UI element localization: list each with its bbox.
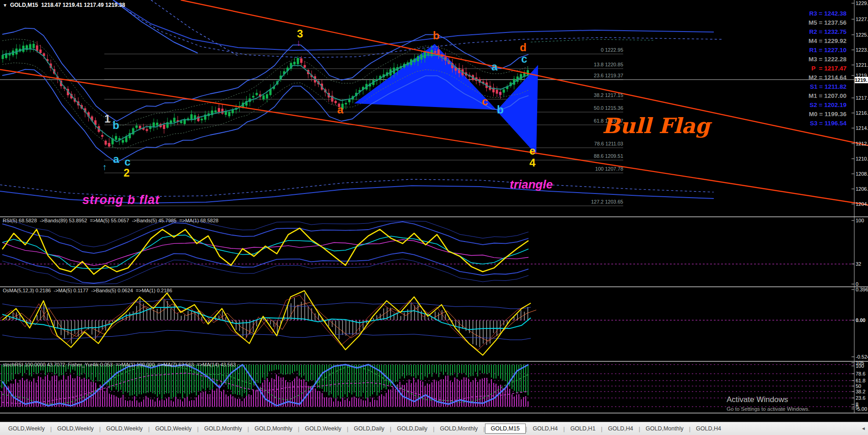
tab-scroll-arrow-icon[interactable]: ◄ xyxy=(861,426,866,431)
ohlc-values: 1218.47 1219.41 1217.49 1219.38 xyxy=(41,2,125,8)
price-axis-label: 1229. xyxy=(856,0,868,6)
osma-panel-header: OsMA(5,12,3) 0.2186 ->MA(5) 0.1177 ->Ban… xyxy=(3,288,172,293)
chart-tab-gold-h4[interactable]: GOLD,H4 xyxy=(603,424,639,433)
stoch-scale-label: 100 xyxy=(856,363,868,369)
wave-label: a xyxy=(491,61,497,72)
fib-level-label: 100 1207.78 xyxy=(531,166,623,172)
pivot-level-row: M3 = 1222.28 xyxy=(778,55,846,64)
pivot-level-row: M1 = 1207.00 xyxy=(778,91,846,101)
pivot-level-row: R1 = 1227.10 xyxy=(778,46,846,55)
wave-label: b xyxy=(497,104,504,115)
chart-tab-gold-h1[interactable]: GOLD,H1 xyxy=(565,424,601,433)
fib-level-label: 23.6 1219.37 xyxy=(531,73,623,78)
chart-tab-gold-weekly[interactable]: GOLD,Weekly xyxy=(101,424,148,433)
signal-arrow-icon: ↑ xyxy=(102,163,107,172)
stoch-scale-label: 78.6 xyxy=(856,371,868,376)
wave-label: a xyxy=(113,154,119,165)
main-chart-area[interactable] xyxy=(0,0,854,216)
chevron-down-icon[interactable]: ▼ xyxy=(3,3,7,8)
triangle-annotation: triangle xyxy=(510,178,553,190)
current-price-tag: 1219. xyxy=(855,77,868,83)
fib-level-label: 78.6 1211.03 xyxy=(531,141,623,146)
wave-label: 4 xyxy=(529,157,535,168)
chart-tab-gold-monthly[interactable]: GOLD,Monthly xyxy=(249,424,298,433)
pivot-levels-block: R3 = 1242.38M5 = 1237.56R2 = 1232.75M4 =… xyxy=(778,9,846,128)
wave-label: 2 xyxy=(124,167,129,178)
pivot-level-row: M2 = 1214.64 xyxy=(778,73,846,82)
wave-label: c xyxy=(521,54,527,64)
signal-arrow-icon: ↑ xyxy=(498,90,502,98)
osma-scale-label: 0.00 xyxy=(856,317,868,323)
price-axis-label: 1206. xyxy=(856,186,868,192)
price-axis-label: 1227. xyxy=(856,16,868,22)
osma-scale-label: 0.3961 xyxy=(856,287,868,292)
price-axis-label: 1210. xyxy=(856,156,868,161)
chart-tab-gold-h4[interactable]: GOLD,H4 xyxy=(527,424,563,433)
chart-tab-gold-weekly[interactable]: GOLD,Weekly xyxy=(150,424,197,433)
wave-label: c xyxy=(124,156,130,167)
chart-tab-gold-monthly[interactable]: GOLD,Monthly xyxy=(435,424,484,433)
pivot-level-row: S3 = 1196.54 xyxy=(778,119,846,128)
price-axis-label: 1214. xyxy=(856,125,868,131)
price-axis-label: 1223. xyxy=(856,47,868,53)
chart-tab-gold-daily[interactable]: GOLD,Daily xyxy=(391,424,433,433)
stoch-panel-header: stochRSI 100.0000 43.7072 Fisher_Yur4ik … xyxy=(3,362,236,367)
symbol-timeframe: GOLD,M15 xyxy=(10,2,38,8)
activate-windows-text: Activate Windows xyxy=(727,395,788,404)
price-axis-label: 1221. xyxy=(856,62,868,68)
mt4-window: ▼GOLD,M15 1218.47 1219.41 1217.49 1219.3… xyxy=(0,0,868,435)
fib-level-label: 127.2 1203.65 xyxy=(531,199,623,204)
osma-scale-label: -0.524 xyxy=(856,354,868,360)
fib-level-label: 88.6 1209.51 xyxy=(531,153,623,159)
rsi-scale-label: 32 xyxy=(856,261,861,267)
chart-tab-gold-monthly[interactable]: GOLD,Monthly xyxy=(199,424,248,433)
pivot-level-row: R3 = 1242.38 xyxy=(778,9,846,18)
activate-windows-subtext: Go to Settings to activate Windows. xyxy=(727,406,810,412)
chart-tab-gold-weekly[interactable]: GOLD,Weekly xyxy=(299,424,347,433)
pivot-level-row: M5 = 1237.56 xyxy=(778,18,846,27)
chart-tab-bar: GOLD,Weekly|GOLD,Weekly|GOLD,Weekly|GOLD… xyxy=(0,422,868,435)
price-axis-label: 1225. xyxy=(856,32,868,38)
wave-label: b xyxy=(113,120,119,131)
wave-label: c xyxy=(482,96,488,107)
chart-tab-gold-weekly[interactable]: GOLD,Weekly xyxy=(3,424,50,433)
pivot-level-row: S2 = 1202.19 xyxy=(778,101,846,110)
wave-label: e xyxy=(529,145,535,156)
pivot-level-row: R2 = 1232.75 xyxy=(778,27,846,37)
chart-tab-gold-m15[interactable]: GOLD,M15 xyxy=(485,424,526,434)
price-axis-label: 1208. xyxy=(856,171,868,177)
stoch-scale-label: 23.6 xyxy=(856,395,868,401)
stoch-scale-label: 50 xyxy=(856,383,868,389)
rsi-scale-label: 0 xyxy=(856,281,858,287)
wave-label: d xyxy=(520,42,527,53)
rsi-panel-header: RSI(5) 68.5828 ->Bands(89) 53.8952 =>MA(… xyxy=(3,218,218,223)
chart-tab-gold-weekly[interactable]: GOLD,Weekly xyxy=(52,424,99,433)
price-axis-label: 1212. xyxy=(856,141,868,146)
fib-level-label: 13.8 1220.85 xyxy=(531,62,623,67)
fib-level-label: 0 1222.95 xyxy=(531,47,623,53)
chart-title: ▼GOLD,M15 1218.47 1219.41 1217.49 1219.3… xyxy=(3,2,125,8)
rsi-scale-label: 100 xyxy=(856,218,864,223)
pivot-level-row: M4 = 1229.92 xyxy=(778,37,846,46)
price-axis-label: 1216. xyxy=(856,110,868,116)
time-axis[interactable]: 24 Mar 201624 Mar 20:0024 Mar 22:0028 Ma… xyxy=(0,414,868,422)
pivot-level-row: S1 = 1211.82 xyxy=(778,82,846,91)
strong-b-flat-annotation: strong b flat xyxy=(82,194,160,206)
pivot-level-row: P = 1217.47 xyxy=(778,64,846,73)
wave-label: b xyxy=(433,30,440,41)
chart-tab-gold-h4[interactable]: GOLD,H4 xyxy=(690,424,727,433)
bull-flag-annotation: Bull Flag xyxy=(602,115,710,136)
price-axis-label: 1217. xyxy=(856,95,868,101)
price-axis-label: 1204. xyxy=(856,201,868,207)
fib-level-label: 38.2 1217.15 xyxy=(531,92,623,98)
stoch-scale-label: -5.00 xyxy=(856,406,868,412)
chart-tab-gold-daily[interactable]: GOLD,Daily xyxy=(348,424,390,433)
wave-label: 1 xyxy=(104,113,110,124)
signal-arrow-icon: ↓ xyxy=(297,38,301,47)
chart-tab-gold-monthly[interactable]: GOLD,Monthly xyxy=(640,424,689,433)
pivot-level-row: M0 = 1199.36 xyxy=(778,110,846,119)
stoch-scale-label: 61.8 xyxy=(856,378,868,383)
fib-level-label: 50.0 1215.36 xyxy=(531,105,623,111)
wave-label: a xyxy=(337,104,343,115)
stoch-scale-label: 38.2 xyxy=(856,389,868,394)
